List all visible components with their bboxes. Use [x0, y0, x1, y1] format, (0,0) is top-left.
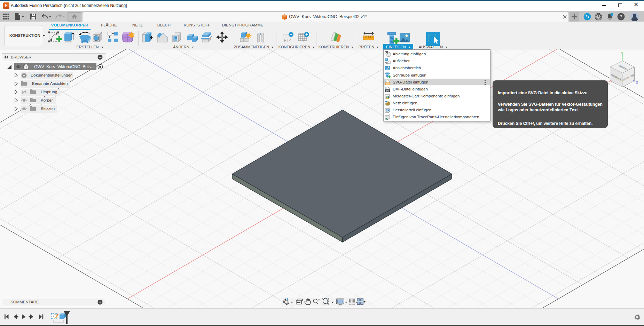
svg-text:Y: Y	[621, 51, 624, 55]
svg-text:SVG: SVG	[386, 83, 390, 85]
svg-text:X: X	[636, 80, 638, 85]
svg-text:?: ?	[620, 14, 622, 19]
svg-text:DXF: DXF	[386, 90, 390, 92]
svg-text:M: M	[386, 95, 389, 98]
svg-text:F: F	[5, 3, 8, 7]
